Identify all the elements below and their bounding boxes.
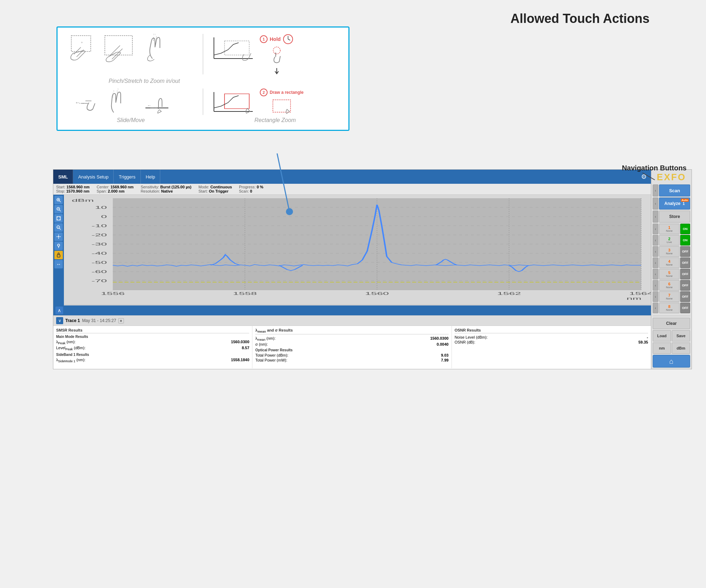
total-power-mw-value: 7.99 bbox=[441, 358, 448, 362]
trace-4-chevron[interactable]: ‹ bbox=[653, 257, 658, 268]
trace-6-status-btn[interactable]: OFF bbox=[680, 280, 690, 291]
scan-btn[interactable]: Scan bbox=[659, 184, 690, 196]
stop-value: 1570.960 nm bbox=[66, 189, 89, 193]
touch-actions-title: Allowed Touch Actions bbox=[510, 11, 650, 26]
zoom-fit-btn[interactable] bbox=[54, 214, 63, 223]
lambda-mean-label: λmean (nm): bbox=[255, 336, 275, 341]
lock-btn[interactable] bbox=[54, 251, 63, 259]
start-trig-value: On Trigger bbox=[209, 189, 229, 193]
settings-icon[interactable]: ⚙ bbox=[637, 173, 651, 181]
svg-text:-10: -10 bbox=[91, 224, 107, 228]
menu-item-triggers[interactable]: Triggers bbox=[114, 170, 140, 184]
results-toggle-btn[interactable]: ∨ bbox=[56, 317, 63, 324]
menu-bar: SML Analysis Setup Triggers Help ⚙ bbox=[53, 170, 651, 184]
trace-7-chevron[interactable]: ‹ bbox=[653, 291, 658, 302]
arrow-down-icon bbox=[273, 67, 280, 74]
nm-btn[interactable]: nm bbox=[653, 343, 671, 354]
optical-power-title: Optical Power Results bbox=[255, 348, 448, 352]
trace-1-status-btn[interactable]: ON bbox=[680, 224, 690, 234]
trace-2-btn[interactable]: 2Live bbox=[659, 235, 680, 245]
analyze-label: Analyze bbox=[664, 201, 680, 206]
clear-btn[interactable]: Clear bbox=[653, 318, 690, 329]
trace-5-chevron[interactable]: ‹ bbox=[653, 269, 658, 279]
pinch-out-icon bbox=[103, 34, 135, 62]
svg-text:←: ← bbox=[147, 103, 151, 108]
load-save-row: Load Save bbox=[653, 330, 690, 341]
trace-8-btn[interactable]: 8None bbox=[659, 303, 680, 313]
trace-7-row: ‹7NoneOFF bbox=[653, 291, 690, 302]
analyze-btn-row: ‹ Analyze 1 Auto bbox=[653, 198, 690, 210]
store-btn[interactable]: Store bbox=[659, 211, 690, 223]
chart-container: A ↔ bbox=[53, 195, 651, 305]
total-power-dbm-value: 9.03 bbox=[441, 353, 448, 357]
span-label: Span: bbox=[97, 189, 107, 193]
nav-panel: EXFO ‹ Scan ‹ Analyze 1 Auto ‹ Store ‹1N… bbox=[651, 169, 692, 369]
trace-4-btn[interactable]: 4None bbox=[659, 257, 680, 268]
lambda-peak-label: λPeak (nm): bbox=[56, 340, 76, 345]
trace-7-btn[interactable]: 7None bbox=[659, 291, 680, 302]
dbm-btn[interactable]: dBm bbox=[672, 343, 690, 354]
trace-5-status-btn[interactable]: OFF bbox=[680, 269, 690, 279]
center-value: 1569.960 nm bbox=[110, 185, 133, 189]
analyze-btn[interactable]: Analyze 1 Auto bbox=[659, 198, 690, 210]
menu-item-help[interactable]: Help bbox=[141, 170, 161, 184]
trace-3-chevron[interactable]: ‹ bbox=[653, 246, 658, 257]
trace-8-chevron[interactable]: ‹ bbox=[653, 303, 658, 313]
lambda-peak-value: 1560.0300 bbox=[231, 340, 249, 345]
level-peak-value: 8.57 bbox=[242, 346, 249, 351]
osnr-title: OSNR Results bbox=[455, 328, 648, 333]
zoom-all-btn[interactable]: A bbox=[54, 223, 63, 232]
svg-line-24 bbox=[59, 201, 61, 202]
trace-2-status-btn[interactable]: ON bbox=[680, 235, 690, 245]
trace-1-btn[interactable]: 1None bbox=[659, 224, 680, 234]
trace-6-btn[interactable]: 6None bbox=[659, 280, 680, 291]
trace-6-chevron[interactable]: ‹ bbox=[653, 280, 658, 291]
menu-item-analysis[interactable]: Analysis Setup bbox=[73, 170, 114, 184]
unit-row: nm dBm bbox=[653, 343, 690, 354]
menu-item-sml[interactable]: SML bbox=[53, 170, 73, 184]
sensitivity-value: Burst (125.00 µs) bbox=[160, 185, 191, 189]
pinch-label: Pinch/Stretch to Zoom in/out bbox=[109, 78, 180, 84]
sideband-title: SideBand 1 Results bbox=[56, 353, 249, 357]
scan-chevron[interactable]: ‹ bbox=[653, 184, 658, 196]
save-btn[interactable]: Save bbox=[672, 330, 690, 341]
trace-extra-btn[interactable]: ≡ bbox=[118, 318, 124, 323]
trace-4-status-btn[interactable]: OFF bbox=[680, 257, 690, 268]
trace-3-row: ‹3NoneOFF bbox=[653, 246, 690, 257]
pan-btn[interactable] bbox=[54, 232, 63, 241]
trace-1-chevron[interactable]: ‹ bbox=[653, 224, 658, 234]
move-btn[interactable]: ↔ bbox=[54, 260, 63, 268]
scan-status-value: 0 bbox=[250, 189, 252, 193]
svg-text:1564: 1564 bbox=[629, 291, 651, 296]
instrument-area: SML Analysis Setup Triggers Help ⚙ Start… bbox=[53, 169, 692, 369]
lambda-sigma-title: λmean and σ Results bbox=[255, 328, 448, 334]
rect-zoom-graph-icon bbox=[210, 34, 256, 62]
trace-3-btn[interactable]: 3None bbox=[659, 246, 680, 257]
store-chevron[interactable]: ‹ bbox=[653, 211, 658, 223]
marker-btn[interactable] bbox=[54, 242, 63, 250]
sensitivity-label: Sensitivity: bbox=[140, 185, 159, 189]
trace-3-status-btn[interactable]: OFF bbox=[680, 246, 690, 257]
zoom-out-btn[interactable] bbox=[54, 205, 63, 213]
trace-7-status-btn[interactable]: OFF bbox=[680, 291, 690, 302]
chart-bottom-nav: ∧ bbox=[53, 305, 651, 315]
results-grid: SMSR Results Main Mode Results λPeak (nm… bbox=[53, 326, 651, 368]
hold-finger-icon bbox=[268, 46, 286, 66]
zoom-in-btn[interactable] bbox=[54, 196, 63, 204]
draw-rect-label: Draw a rectangle bbox=[270, 90, 304, 95]
trace-8-status-btn[interactable]: OFF bbox=[680, 303, 690, 313]
trace-buttons: ‹1NoneON‹2LiveON‹3NoneOFF‹4NoneOFF‹5None… bbox=[653, 224, 690, 314]
total-power-mw-label: Total Power (mW): bbox=[255, 358, 287, 362]
analyze-chevron[interactable]: ‹ bbox=[653, 198, 658, 210]
rect-draw-icon bbox=[271, 98, 292, 114]
two-finger-stretch-icon: ↑ ↑ bbox=[103, 89, 135, 115]
progress-value: 0 % bbox=[257, 185, 263, 189]
home-btn[interactable]: ⌂ bbox=[653, 355, 690, 368]
chart-sidebar: A ↔ bbox=[53, 195, 64, 305]
trace-5-btn[interactable]: 5None bbox=[659, 269, 680, 279]
chart-area[interactable]: 10 0 -10 -20 -30 -40 -50 -60 -70 dBm 155… bbox=[64, 195, 651, 305]
load-btn[interactable]: Load bbox=[653, 330, 671, 341]
scan-btn-row: ‹ Scan bbox=[653, 184, 690, 196]
trace-2-chevron[interactable]: ‹ bbox=[653, 235, 658, 245]
scroll-up-btn[interactable]: ∧ bbox=[55, 307, 63, 314]
